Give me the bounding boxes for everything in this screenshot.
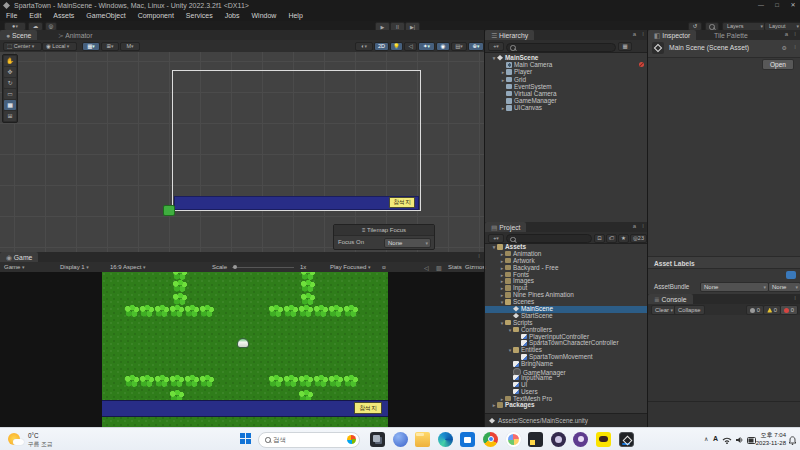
hidden-packages-count[interactable]: ◎23 (630, 234, 647, 243)
lighting-toggle[interactable]: 💡 (390, 42, 403, 51)
menu-assets[interactable]: Assets (47, 11, 80, 19)
tree-item-virtual-camera[interactable]: Virtual Camera (485, 90, 648, 97)
chat-taskbar-icon[interactable] (393, 432, 408, 447)
project-lock-icon[interactable]: a (633, 223, 636, 229)
2d-mode-toggle[interactable]: 2D (374, 42, 389, 51)
taskview-taskbar-icon[interactable] (370, 432, 385, 447)
menu-gameobject[interactable]: GameObject (80, 11, 131, 19)
inspector-gear-icon[interactable]: ⚙ (782, 44, 787, 51)
photos-taskbar-icon[interactable] (506, 432, 521, 447)
tree-item-assets[interactable]: ▾Assets (485, 244, 648, 251)
tree-item-artwork[interactable]: ▸Artwork (485, 258, 648, 265)
tree-item-mainscene[interactable]: ▾MainScene (485, 54, 648, 61)
start-button[interactable] (240, 433, 251, 444)
project-add-button[interactable]: +▾ (488, 234, 504, 243)
tree-item-fonts[interactable]: ▸Fonts (485, 272, 648, 279)
notification-bell-icon[interactable] (788, 436, 797, 445)
grid-snap-toggle[interactable]: ▦▾ (82, 42, 100, 51)
volume-icon[interactable] (736, 436, 744, 444)
tree-item-inputname[interactable]: InputName (485, 375, 648, 382)
game-panel-menu-icon[interactable]: ⁞ (478, 253, 480, 259)
tree-item-nine-pines-animation[interactable]: ▸Nine Pines Animation (485, 292, 648, 299)
tab-console[interactable]: ≣ Console (648, 294, 693, 304)
chrome-taskbar-icon[interactable] (483, 432, 498, 447)
assetbundle-variant-dropdown[interactable]: None▾ (768, 282, 800, 292)
edge-taskbar-icon[interactable] (438, 432, 453, 447)
console-info-filter[interactable]: 0 (746, 305, 764, 315)
project-menu-icon[interactable]: ⁞ (642, 223, 644, 229)
display-dropdown[interactable]: Display 1 ▾ (60, 264, 89, 270)
tree-item-eventsystem[interactable]: EventSystem (485, 83, 648, 90)
menu-jobs[interactable]: Jobs (219, 11, 246, 19)
measure-tool-dropdown[interactable]: M▾ (120, 42, 140, 51)
tab-scene[interactable]: ● Scene (0, 30, 37, 40)
hierarchy-lock-icon[interactable]: a (633, 31, 636, 37)
game-viewport[interactable]: 참석지 (0, 272, 484, 427)
weather-desc[interactable]: 구름 조금 (28, 440, 53, 449)
tree-item-grid[interactable]: ▸Grid (485, 76, 648, 83)
mute-audio-icon[interactable]: ◁ (424, 264, 429, 271)
gizmos-dropdown[interactable]: ⊕▾ (468, 42, 484, 51)
hierarchy-search-input[interactable] (506, 43, 616, 52)
ime-indicator[interactable]: A (713, 435, 718, 442)
menu-window[interactable]: Window (246, 11, 283, 19)
close-button[interactable]: ✕ (788, 2, 798, 9)
aspect-dropdown[interactable]: 16:9 Aspect ▾ (110, 264, 146, 270)
assetbundle-dropdown[interactable]: None▾ (700, 282, 769, 292)
store-taskbar-icon[interactable] (460, 432, 475, 447)
tree-item-images[interactable]: ▸Images (485, 278, 648, 285)
tab-inspector[interactable]: ◧ Inspector (648, 30, 696, 40)
menu-component[interactable]: Component (132, 11, 180, 19)
tree-item-spartatownmovement[interactable]: SpartaTownMovement (485, 354, 648, 361)
menu-edit[interactable]: Edit (23, 11, 47, 19)
open-scene-button[interactable]: Open (762, 59, 794, 70)
grid-paint-tool-button[interactable]: ▦ (4, 100, 16, 110)
tree-item-main-camera[interactable]: Main Camera (485, 61, 648, 68)
tab-project[interactable]: ▤ Project (485, 222, 526, 232)
weather-temp[interactable]: 0°C (28, 432, 39, 439)
console-menu-icon[interactable]: ⁞ (794, 295, 796, 301)
unity-taskbar-icon[interactable] (619, 432, 634, 447)
inspector-header-menu-icon[interactable]: ⁞ (794, 44, 796, 50)
console-error-filter[interactable]: 0 (780, 305, 798, 315)
code-taskbar-icon[interactable] (528, 432, 543, 447)
vsync-icon[interactable]: ▥ (436, 264, 442, 271)
audio-toggle[interactable]: ◁ (404, 42, 417, 51)
tree-item-bringname[interactable]: BringName (485, 361, 648, 368)
hierarchy-add-button[interactable]: +▾ (488, 42, 504, 51)
tab-animator[interactable]: ≻ Animator (52, 30, 98, 40)
console-warning-filter[interactable]: 0 (763, 305, 781, 315)
scale-slider-knob[interactable] (233, 265, 237, 269)
tab-tile-palette[interactable]: Tile Palette (708, 30, 754, 40)
move-tool-button[interactable]: ✥ (4, 67, 16, 77)
project-search-input[interactable] (506, 234, 592, 243)
increment-snap-toggle[interactable]: ⊞▾ (101, 42, 119, 51)
stats-button[interactable]: Stats (448, 264, 462, 270)
console-log-area[interactable] (648, 315, 800, 427)
tree-item-mainscene[interactable]: MainScene (485, 306, 648, 313)
space-dropdown[interactable]: ◉ Local ▾ (42, 42, 77, 51)
tree-item-scenes[interactable]: ▾Scenes (485, 299, 648, 306)
tree-item-users[interactable]: Users (485, 389, 648, 396)
tab-game[interactable]: ◉ Game (0, 252, 38, 262)
asset-label-tag-icon[interactable] (786, 271, 796, 279)
effects-dropdown[interactable]: ✦▾ (418, 42, 435, 51)
search-by-type-icon[interactable]: ⊡ (594, 234, 605, 243)
console-collapse-button[interactable]: Collapse (674, 305, 705, 315)
tree-item-ui[interactable]: UI (485, 382, 648, 389)
favorites-icon[interactable]: ★ (618, 234, 629, 243)
taskbar-clock[interactable]: 오후 7:04 2023-11-28 (756, 432, 786, 447)
explorer-taskbar-icon[interactable] (415, 432, 430, 447)
scale-slider[interactable] (232, 267, 294, 268)
rotate-tool-button[interactable]: ↻ (4, 78, 16, 88)
tree-item-startscene[interactable]: StartScene (485, 313, 648, 320)
tree-item-uicanvas[interactable]: ▸UICanvas (485, 104, 648, 111)
display-target-dropdown[interactable]: Game ▾ (4, 264, 25, 270)
pivot-dropdown[interactable]: ⬚ Center ▾ (3, 42, 42, 51)
scene-viewport[interactable]: ✋ ✥ ↻ ▭ ▦ ⊞ 참석지 ≡ Tilemap Focus Focus On… (0, 52, 484, 252)
menu-services[interactable]: Services (180, 11, 219, 19)
tab-hierarchy[interactable]: ☰ Hierarchy (485, 30, 534, 40)
component-disabled-icon[interactable] (639, 62, 644, 67)
kakaotalk-taskbar-icon[interactable] (596, 432, 611, 447)
console-splitter[interactable] (648, 401, 800, 402)
